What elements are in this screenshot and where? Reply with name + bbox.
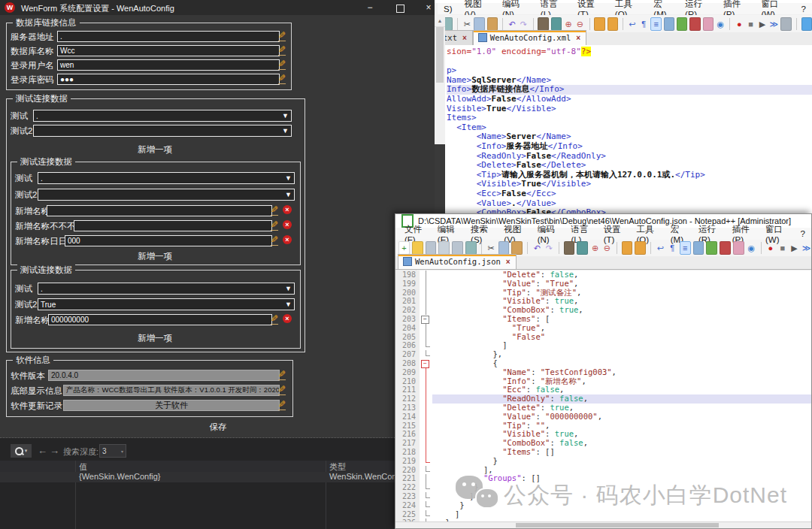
maximize-button[interactable] xyxy=(396,5,404,13)
folder-workspace-icon[interactable] xyxy=(703,17,714,31)
dropdown-arrow-icon[interactable]: ▼ xyxy=(285,285,292,292)
test1-add-item-link[interactable]: 新增一项 xyxy=(110,144,200,156)
login-username[interactable]: wen xyxy=(57,59,280,71)
add-name-input-4[interactable]: 000000000 xyxy=(48,314,272,325)
save-all-icon[interactable] xyxy=(452,241,463,255)
fold-margin[interactable] xyxy=(420,271,432,280)
edit-pencil-icon[interactable]: ✎ xyxy=(278,400,286,410)
form-vertical-scrollbar[interactable]: ▲ xyxy=(435,15,445,144)
forward-arrow-icon[interactable]: → xyxy=(50,445,59,456)
bookmark-all-icon[interactable] xyxy=(635,241,646,255)
script-icon[interactable] xyxy=(720,241,731,255)
add-name-input-1[interactable] xyxy=(47,205,272,216)
eye-icon[interactable]: ◉ xyxy=(747,242,756,254)
server-address[interactable]: . xyxy=(57,31,280,42)
record-macro-icon[interactable]: ● xyxy=(735,18,744,30)
xml-editor[interactable]: sion="1.0" encoding="utf-8"?> p>Name>Sql… xyxy=(445,45,812,213)
fold-margin[interactable] xyxy=(420,466,432,475)
fold-margin[interactable] xyxy=(420,368,432,377)
menu-item-0[interactable]: S) xyxy=(438,3,459,15)
fold-collapse-icon[interactable]: − xyxy=(421,360,429,368)
test3-add-item-link[interactable]: 新增一项 xyxy=(110,333,200,344)
fold-margin[interactable] xyxy=(420,439,432,448)
fold-margin[interactable] xyxy=(420,341,432,350)
add-name-input-3[interactable]: 000 xyxy=(65,235,272,246)
fold-margin[interactable]: − xyxy=(420,315,432,324)
dropdown-arrow-icon[interactable]: ▼ xyxy=(285,191,292,198)
minimize-button[interactable]: − xyxy=(362,2,377,13)
play-macro-icon[interactable]: ▶ xyxy=(789,242,799,254)
show-symbols-icon[interactable]: ¶ xyxy=(639,18,648,30)
run-macro-multi-icon[interactable]: ≫ xyxy=(769,18,778,30)
fold-margin[interactable] xyxy=(420,474,432,483)
dropdown-arrow-icon[interactable]: ▼ xyxy=(282,112,289,119)
indent-guide-icon[interactable]: ≡ xyxy=(680,241,691,255)
fold-margin[interactable] xyxy=(420,324,432,333)
fold-margin[interactable] xyxy=(420,289,432,298)
folder-workspace-icon[interactable] xyxy=(733,241,744,255)
fold-margin[interactable] xyxy=(420,501,432,510)
paste-icon[interactable] xyxy=(511,241,523,255)
fold-margin[interactable] xyxy=(420,377,432,386)
open-file-icon[interactable] xyxy=(412,241,423,255)
copy-icon[interactable] xyxy=(474,17,484,31)
bookmark-icon[interactable] xyxy=(622,241,633,255)
delete-icon[interactable]: × xyxy=(283,314,292,323)
eye-icon[interactable]: ◉ xyxy=(716,18,725,30)
edit-pencil-icon[interactable]: ✎ xyxy=(271,235,278,246)
word-wrap-icon[interactable]: ↩ xyxy=(656,242,665,254)
fold-margin[interactable]: − xyxy=(420,359,432,368)
find-icon[interactable] xyxy=(538,17,548,31)
save-copy-icon[interactable] xyxy=(438,241,450,255)
fold-margin[interactable] xyxy=(420,422,432,431)
function-list-icon[interactable] xyxy=(693,241,704,255)
menu-item-12[interactable]: ? xyxy=(795,228,811,240)
test2-combo-1[interactable]: .▼ xyxy=(38,172,295,184)
edit-pencil-icon[interactable]: ✎ xyxy=(271,205,278,216)
undo-icon[interactable]: ↶ xyxy=(532,242,542,254)
undo-icon[interactable]: ↶ xyxy=(508,18,517,30)
search-dropdown-icon[interactable]: ▾ xyxy=(25,448,28,454)
tab-wenautoconfig-xml[interactable]: WenAutoConfig.xml × xyxy=(473,30,586,45)
edit-pencil-icon[interactable]: ✎ xyxy=(278,45,286,56)
bookmark-all-icon[interactable] xyxy=(607,17,618,31)
run-macro-multi-icon[interactable]: ≫ xyxy=(801,242,811,254)
bookmark-icon[interactable] xyxy=(594,17,604,31)
save-link[interactable]: 保存 xyxy=(173,422,263,433)
zoom-in-icon[interactable]: ⊕ xyxy=(564,18,573,30)
record-macro-icon[interactable]: ● xyxy=(765,242,775,254)
fold-margin[interactable] xyxy=(420,413,432,422)
copy-icon[interactable] xyxy=(498,241,510,255)
fold-margin[interactable] xyxy=(420,394,432,404)
doc-map-icon[interactable] xyxy=(706,241,717,255)
indent-guide-icon[interactable]: ≡ xyxy=(650,17,661,31)
test1-combo-1[interactable]: .▼ xyxy=(33,110,292,122)
edit-pencil-icon[interactable]: ✎ xyxy=(278,370,286,380)
fold-margin[interactable] xyxy=(420,448,432,457)
column-divider[interactable] xyxy=(75,461,76,529)
tab-close-icon[interactable]: × xyxy=(576,34,580,42)
edit-pencil-icon[interactable]: ✎ xyxy=(278,385,286,395)
search-box[interactable]: ▾ xyxy=(11,444,32,458)
close-button[interactable]: × xyxy=(421,2,436,13)
fold-margin[interactable] xyxy=(420,297,432,306)
test3-combo-1[interactable]: .▼ xyxy=(38,283,295,295)
form-titlebar[interactable]: W WenForm 系统配置设置 - WenAutoConfig − × xyxy=(0,0,435,15)
edit-pencil-icon[interactable]: ✎ xyxy=(278,59,286,70)
delete-icon[interactable]: × xyxy=(283,205,292,214)
scrollbar-thumb[interactable] xyxy=(436,27,444,83)
find-icon[interactable] xyxy=(564,241,575,255)
fold-margin[interactable] xyxy=(420,510,432,519)
replace-icon[interactable] xyxy=(577,241,588,255)
replace-icon[interactable] xyxy=(551,17,562,31)
fold-margin[interactable] xyxy=(420,385,432,394)
redo-icon[interactable]: ↷ xyxy=(544,242,554,254)
fold-margin[interactable] xyxy=(420,483,432,492)
about-software-button[interactable]: 关于软件 xyxy=(63,400,280,411)
search-depth-select[interactable]: 3 ▾ xyxy=(99,444,126,458)
test2-add-item-link[interactable]: 新增一项 xyxy=(110,251,200,262)
column-header-type[interactable]: 类型 xyxy=(329,461,346,473)
fold-margin[interactable] xyxy=(420,333,432,342)
save-icon[interactable] xyxy=(426,241,437,255)
word-wrap-icon[interactable]: ↩ xyxy=(628,18,637,30)
